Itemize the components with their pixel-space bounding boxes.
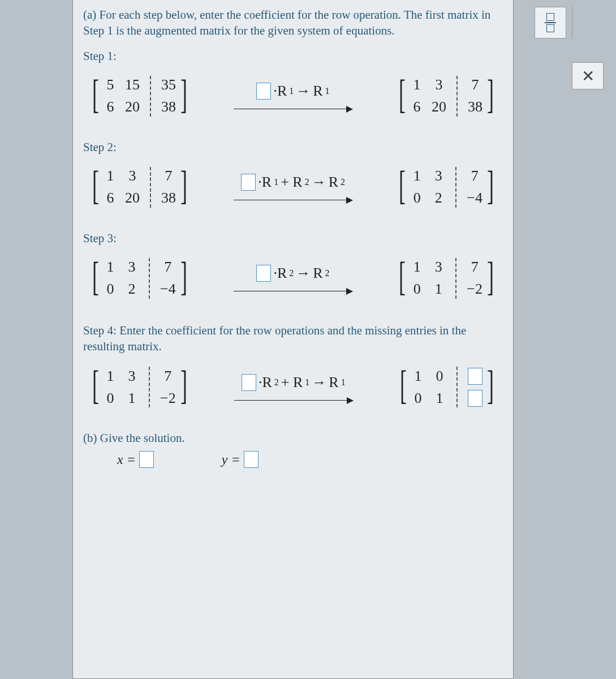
y-equation: y = bbox=[222, 451, 259, 468]
m: 7 bbox=[161, 167, 176, 184]
m: 1 bbox=[410, 259, 424, 276]
step1-right-matrix: [ 1 3 7 6 20 38 ] bbox=[395, 74, 497, 119]
m: 7 bbox=[160, 259, 176, 276]
step2-left-matrix: [ 1 3 7 6 20 38 ] bbox=[89, 165, 191, 210]
m: 3 bbox=[432, 167, 445, 184]
t: 2 bbox=[274, 377, 279, 388]
m: 6 bbox=[410, 98, 424, 115]
step1-label: Step 1: bbox=[83, 49, 503, 63]
m: 3 bbox=[432, 259, 445, 276]
m: 0 bbox=[411, 390, 425, 407]
t: 2 bbox=[289, 268, 294, 278]
close-button[interactable]: ✕ bbox=[572, 62, 604, 89]
m: 20 bbox=[432, 98, 446, 115]
m: 1 bbox=[432, 281, 445, 298]
arrow-icon bbox=[234, 400, 353, 401]
step4-operation: ·R2 + R1 → R1 bbox=[231, 374, 356, 401]
step1-row: [ 5 15 35 6 20 38 ] ·R1 → R1 [ bbox=[83, 74, 503, 119]
m: −4 bbox=[160, 281, 176, 298]
step4-coef-input[interactable] bbox=[242, 374, 256, 391]
m: 1 bbox=[433, 390, 446, 407]
instructions-text: (a) For each step below, enter the coeff… bbox=[83, 7, 503, 39]
step2-label: Step 2: bbox=[83, 140, 503, 154]
t: ·R bbox=[259, 374, 272, 391]
x-label: x = bbox=[117, 452, 136, 467]
arrow-icon bbox=[234, 291, 352, 291]
t: 2 bbox=[305, 177, 309, 187]
t: R bbox=[313, 265, 322, 282]
partb-label: (b) Give the solution. bbox=[83, 431, 503, 445]
m: 1 bbox=[411, 368, 425, 385]
t: → bbox=[312, 174, 326, 191]
t: ·R bbox=[273, 265, 287, 282]
step4-left-matrix: [ 1 3 7 0 1 −2 ] bbox=[89, 364, 191, 410]
fraction-icon bbox=[545, 12, 556, 33]
step3-coef-input[interactable] bbox=[256, 265, 271, 282]
step4-entry2-input[interactable] bbox=[468, 390, 483, 407]
m: 1 bbox=[104, 368, 117, 385]
m: 1 bbox=[410, 76, 424, 93]
m: 20 bbox=[125, 190, 140, 207]
step2-row: [ 1 3 7 6 20 38 ] ·R1 + R2 → R2 [ bbox=[83, 165, 503, 210]
t: R bbox=[329, 374, 338, 391]
m: 1 bbox=[104, 259, 117, 276]
m: 1 bbox=[410, 167, 424, 184]
arrow-icon bbox=[234, 109, 352, 109]
m: 3 bbox=[125, 259, 139, 276]
m: 1 bbox=[104, 167, 117, 184]
step4-entry1-input[interactable] bbox=[468, 368, 483, 385]
step3-label: Step 3: bbox=[83, 231, 503, 246]
m: 3 bbox=[432, 76, 446, 93]
step3-row: [ 1 3 7 0 2 −4 ] ·R2 → R2 [ bbox=[83, 256, 503, 301]
m: 0 bbox=[104, 390, 117, 407]
step3-right-matrix: [ 1 3 7 0 1 −2 ] bbox=[395, 256, 497, 301]
t: ·R bbox=[273, 83, 287, 100]
fraction-tool-button[interactable] bbox=[535, 7, 566, 38]
close-icon: ✕ bbox=[581, 67, 595, 85]
t: R bbox=[313, 83, 322, 100]
m: 3 bbox=[125, 368, 139, 385]
m: −4 bbox=[467, 190, 483, 207]
step3-left-matrix: [ 1 3 7 0 2 −4 ] bbox=[89, 256, 191, 301]
tool-button-2[interactable] bbox=[572, 7, 589, 38]
m: 2 bbox=[432, 190, 445, 207]
step2-coef-input[interactable] bbox=[241, 174, 256, 191]
m: 38 bbox=[468, 98, 483, 115]
question-panel: (a) For each step below, enter the coeff… bbox=[72, 0, 514, 679]
step2-operation: ·R1 + R2 → R2 bbox=[231, 174, 355, 200]
m: 6 bbox=[104, 190, 117, 207]
m: −2 bbox=[467, 281, 483, 298]
t: → bbox=[296, 265, 311, 282]
m: 38 bbox=[161, 190, 176, 207]
step1-coef-input[interactable] bbox=[256, 83, 271, 100]
t: → bbox=[296, 83, 311, 100]
step4-label: Step 4: Enter the coefficient for the ro… bbox=[83, 323, 503, 355]
m: 7 bbox=[468, 76, 483, 93]
t: R bbox=[329, 174, 338, 191]
m: 5 bbox=[104, 76, 117, 93]
y-input[interactable] bbox=[244, 451, 259, 468]
m: 2 bbox=[125, 281, 139, 298]
m: 35 bbox=[161, 76, 176, 93]
m: 0 bbox=[433, 368, 446, 385]
step4-row: [ 1 3 7 0 1 −2 ] ·R2 + R1 → R1 [ bbox=[83, 364, 503, 410]
t: + R bbox=[281, 174, 303, 191]
step1-left-matrix: [ 5 15 35 6 20 38 ] bbox=[89, 74, 191, 119]
m: 0 bbox=[410, 281, 424, 298]
m: 1 bbox=[125, 390, 139, 407]
step1-operation: ·R1 → R1 bbox=[231, 83, 355, 109]
x-input[interactable] bbox=[139, 451, 154, 468]
x-equation: x = bbox=[117, 451, 154, 468]
step3-operation: ·R2 → R2 bbox=[231, 265, 355, 291]
t: 1 bbox=[341, 377, 346, 388]
step4-right-matrix: [ 1 0 0 1 ] bbox=[397, 364, 497, 410]
m: 0 bbox=[410, 190, 424, 207]
t: 1 bbox=[325, 86, 330, 96]
t: 1 bbox=[305, 377, 309, 388]
t: 2 bbox=[325, 268, 330, 278]
t: → bbox=[312, 374, 326, 391]
m: 38 bbox=[161, 98, 176, 115]
m: 7 bbox=[467, 259, 483, 276]
m: 3 bbox=[125, 167, 140, 184]
m: 6 bbox=[104, 98, 117, 115]
